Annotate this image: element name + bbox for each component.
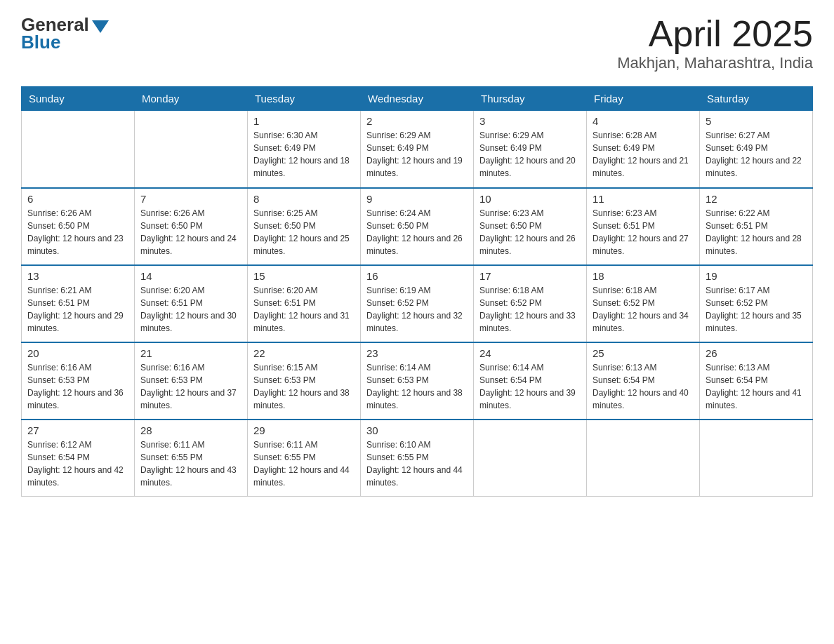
day-info: Sunrise: 6:22 AMSunset: 6:51 PMDaylight:… xyxy=(706,207,807,257)
day-number: 7 xyxy=(140,193,241,205)
day-info: Sunrise: 6:10 AMSunset: 6:55 PMDaylight:… xyxy=(366,438,468,489)
day-info: Sunrise: 6:26 AMSunset: 6:50 PMDaylight:… xyxy=(27,207,128,257)
calendar-header-thursday: Thursday xyxy=(474,87,587,111)
day-info: Sunrise: 6:21 AMSunset: 6:51 PMDaylight:… xyxy=(27,284,128,335)
day-number: 18 xyxy=(593,270,694,282)
day-number: 9 xyxy=(366,193,468,205)
calendar-cell: 26Sunrise: 6:13 AMSunset: 6:54 PMDayligh… xyxy=(700,342,813,420)
day-info: Sunrise: 6:30 AMSunset: 6:49 PMDaylight:… xyxy=(253,129,355,180)
day-number: 22 xyxy=(253,347,355,359)
day-number: 11 xyxy=(593,193,694,205)
calendar-cell: 9Sunrise: 6:24 AMSunset: 6:50 PMDaylight… xyxy=(361,188,474,265)
calendar-cell: 3Sunrise: 6:29 AMSunset: 6:49 PMDaylight… xyxy=(474,111,587,188)
logo: General Blue xyxy=(21,14,109,53)
calendar-cell: 30Sunrise: 6:10 AMSunset: 6:55 PMDayligh… xyxy=(361,420,474,497)
calendar-header-saturday: Saturday xyxy=(700,87,813,111)
calendar-cell: 5Sunrise: 6:27 AMSunset: 6:49 PMDaylight… xyxy=(700,111,813,188)
calendar-cell: 14Sunrise: 6:20 AMSunset: 6:51 PMDayligh… xyxy=(135,265,248,342)
calendar-cell xyxy=(474,420,587,497)
calendar-cell: 12Sunrise: 6:22 AMSunset: 6:51 PMDayligh… xyxy=(700,188,813,265)
day-info: Sunrise: 6:20 AMSunset: 6:51 PMDaylight:… xyxy=(140,284,241,335)
day-info: Sunrise: 6:23 AMSunset: 6:50 PMDaylight:… xyxy=(479,207,581,257)
day-info: Sunrise: 6:18 AMSunset: 6:52 PMDaylight:… xyxy=(479,284,581,335)
calendar-cell xyxy=(22,111,135,188)
day-info: Sunrise: 6:16 AMSunset: 6:53 PMDaylight:… xyxy=(140,361,241,412)
calendar-cell: 21Sunrise: 6:16 AMSunset: 6:53 PMDayligh… xyxy=(135,342,248,420)
logo-blue-text: Blue xyxy=(21,32,109,53)
calendar-cell: 29Sunrise: 6:11 AMSunset: 6:55 PMDayligh… xyxy=(248,420,361,497)
calendar-cell: 17Sunrise: 6:18 AMSunset: 6:52 PMDayligh… xyxy=(474,265,587,342)
day-info: Sunrise: 6:13 AMSunset: 6:54 PMDaylight:… xyxy=(706,361,807,412)
day-number: 6 xyxy=(27,193,128,205)
calendar-week-row: 6Sunrise: 6:26 AMSunset: 6:50 PMDaylight… xyxy=(22,188,813,265)
day-info: Sunrise: 6:16 AMSunset: 6:53 PMDaylight:… xyxy=(27,361,128,412)
day-info: Sunrise: 6:14 AMSunset: 6:53 PMDaylight:… xyxy=(366,361,468,412)
day-number: 14 xyxy=(140,270,241,282)
calendar-cell: 20Sunrise: 6:16 AMSunset: 6:53 PMDayligh… xyxy=(22,342,135,420)
day-info: Sunrise: 6:13 AMSunset: 6:54 PMDaylight:… xyxy=(593,361,694,412)
calendar-table: SundayMondayTuesdayWednesdayThursdayFrid… xyxy=(21,86,813,497)
day-info: Sunrise: 6:29 AMSunset: 6:49 PMDaylight:… xyxy=(479,129,581,180)
month-title: April 2025 xyxy=(617,14,813,54)
calendar-cell: 8Sunrise: 6:25 AMSunset: 6:50 PMDaylight… xyxy=(248,188,361,265)
calendar-cell: 18Sunrise: 6:18 AMSunset: 6:52 PMDayligh… xyxy=(587,265,700,342)
location-title: Makhjan, Maharashtra, India xyxy=(617,54,813,72)
page-header: General Blue April 2025 Makhjan, Maharas… xyxy=(21,14,813,72)
day-number: 10 xyxy=(479,193,581,205)
day-info: Sunrise: 6:11 AMSunset: 6:55 PMDaylight:… xyxy=(253,438,355,489)
calendar-cell: 2Sunrise: 6:29 AMSunset: 6:49 PMDaylight… xyxy=(361,111,474,188)
day-number: 30 xyxy=(366,424,468,436)
calendar-cell xyxy=(700,420,813,497)
calendar-cell: 10Sunrise: 6:23 AMSunset: 6:50 PMDayligh… xyxy=(474,188,587,265)
day-number: 19 xyxy=(706,270,807,282)
day-info: Sunrise: 6:18 AMSunset: 6:52 PMDaylight:… xyxy=(593,284,694,335)
day-info: Sunrise: 6:14 AMSunset: 6:54 PMDaylight:… xyxy=(479,361,581,412)
day-number: 3 xyxy=(479,115,581,127)
calendar-cell: 19Sunrise: 6:17 AMSunset: 6:52 PMDayligh… xyxy=(700,265,813,342)
title-block: April 2025 Makhjan, Maharashtra, India xyxy=(617,14,813,72)
day-number: 24 xyxy=(479,347,581,359)
logo-triangle-icon xyxy=(92,20,109,33)
day-info: Sunrise: 6:12 AMSunset: 6:54 PMDaylight:… xyxy=(27,438,128,489)
day-number: 2 xyxy=(366,115,468,127)
calendar-cell: 4Sunrise: 6:28 AMSunset: 6:49 PMDaylight… xyxy=(587,111,700,188)
calendar-cell: 1Sunrise: 6:30 AMSunset: 6:49 PMDaylight… xyxy=(248,111,361,188)
day-number: 13 xyxy=(27,270,128,282)
day-number: 8 xyxy=(253,193,355,205)
day-info: Sunrise: 6:11 AMSunset: 6:55 PMDaylight:… xyxy=(140,438,241,489)
day-number: 26 xyxy=(706,347,807,359)
calendar-cell: 13Sunrise: 6:21 AMSunset: 6:51 PMDayligh… xyxy=(22,265,135,342)
calendar-cell xyxy=(135,111,248,188)
calendar-cell: 22Sunrise: 6:15 AMSunset: 6:53 PMDayligh… xyxy=(248,342,361,420)
calendar-header-monday: Monday xyxy=(135,87,248,111)
calendar-header-tuesday: Tuesday xyxy=(248,87,361,111)
calendar-header-wednesday: Wednesday xyxy=(361,87,474,111)
day-info: Sunrise: 6:26 AMSunset: 6:50 PMDaylight:… xyxy=(140,207,241,257)
calendar-week-row: 1Sunrise: 6:30 AMSunset: 6:49 PMDaylight… xyxy=(22,111,813,188)
day-info: Sunrise: 6:29 AMSunset: 6:49 PMDaylight:… xyxy=(366,129,468,180)
day-info: Sunrise: 6:20 AMSunset: 6:51 PMDaylight:… xyxy=(253,284,355,335)
day-info: Sunrise: 6:27 AMSunset: 6:49 PMDaylight:… xyxy=(706,129,807,180)
calendar-week-row: 20Sunrise: 6:16 AMSunset: 6:53 PMDayligh… xyxy=(22,342,813,420)
calendar-cell: 25Sunrise: 6:13 AMSunset: 6:54 PMDayligh… xyxy=(587,342,700,420)
day-info: Sunrise: 6:23 AMSunset: 6:51 PMDaylight:… xyxy=(593,207,694,257)
day-number: 15 xyxy=(253,270,355,282)
day-info: Sunrise: 6:24 AMSunset: 6:50 PMDaylight:… xyxy=(366,207,468,257)
calendar-cell: 15Sunrise: 6:20 AMSunset: 6:51 PMDayligh… xyxy=(248,265,361,342)
day-number: 20 xyxy=(27,347,128,359)
calendar-cell: 16Sunrise: 6:19 AMSunset: 6:52 PMDayligh… xyxy=(361,265,474,342)
day-number: 29 xyxy=(253,424,355,436)
calendar-cell xyxy=(587,420,700,497)
calendar-week-row: 13Sunrise: 6:21 AMSunset: 6:51 PMDayligh… xyxy=(22,265,813,342)
day-info: Sunrise: 6:17 AMSunset: 6:52 PMDaylight:… xyxy=(706,284,807,335)
calendar-cell: 6Sunrise: 6:26 AMSunset: 6:50 PMDaylight… xyxy=(22,188,135,265)
day-number: 12 xyxy=(706,193,807,205)
day-number: 16 xyxy=(366,270,468,282)
day-number: 23 xyxy=(366,347,468,359)
calendar-header-row: SundayMondayTuesdayWednesdayThursdayFrid… xyxy=(22,87,813,111)
calendar-cell: 28Sunrise: 6:11 AMSunset: 6:55 PMDayligh… xyxy=(135,420,248,497)
day-number: 28 xyxy=(140,424,241,436)
calendar-cell: 11Sunrise: 6:23 AMSunset: 6:51 PMDayligh… xyxy=(587,188,700,265)
calendar-cell: 27Sunrise: 6:12 AMSunset: 6:54 PMDayligh… xyxy=(22,420,135,497)
calendar-cell: 23Sunrise: 6:14 AMSunset: 6:53 PMDayligh… xyxy=(361,342,474,420)
